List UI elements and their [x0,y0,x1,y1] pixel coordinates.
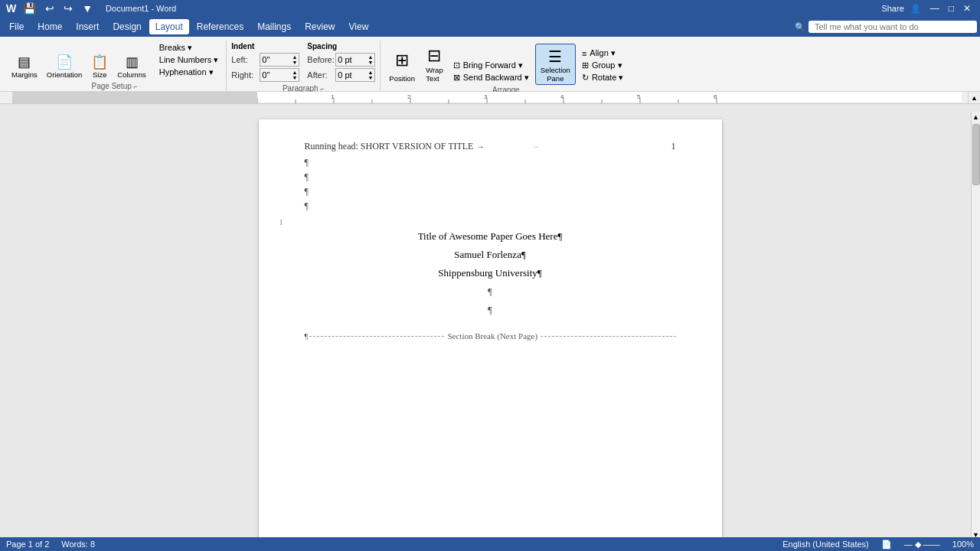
menu-design[interactable]: Design [106,19,147,34]
selection-pane-btn[interactable]: ☰ SelectionPane [535,44,576,85]
doc-title: Title of Awesome Paper Goes Here¶ [305,230,676,243]
send-backward-btn[interactable]: ⊠ Send Backward ▾ [450,72,532,83]
ruler-scroll-btn[interactable]: ▲ [968,92,980,104]
group-btn[interactable]: ⊞ Group ▾ [579,60,626,71]
align-icon: ≡ [582,49,586,58]
position-btn[interactable]: ⊞ Position [385,47,419,85]
menu-insert[interactable]: Insert [70,19,105,34]
columns-label: Columns [117,70,146,79]
line-numbers-btn[interactable]: Line Numbers ▾ [156,54,222,66]
undo-btn[interactable]: ↩ [43,2,57,15]
orientation-btn[interactable]: 📄 Orientation [43,53,86,81]
page-setup-small-btns: Breaks ▾ Line Numbers ▾ Hyphenation ▾ [156,42,222,78]
search-icon: 🔍 [795,22,805,32]
para-2: ¶ [305,171,676,183]
indent-left-arrows[interactable]: ▲▼ [292,54,297,65]
svg-text:4: 4 [560,93,564,100]
doc-institution: Shippensburg University¶ [305,267,676,279]
indent-right-arrows[interactable]: ▲▼ [292,70,297,80]
menu-references[interactable]: References [191,19,250,34]
title-bar-left: W 💾 ↩ ↪ ▼ Document1 - Word [6,2,176,15]
close-btn[interactable]: ✕ [960,2,974,15]
ruler: 1 2 3 4 5 6 ▲ [0,92,980,104]
redo-btn[interactable]: ↪ [61,2,75,15]
bring-forward-btn[interactable]: ⊡ Bring Forward ▾ [450,60,532,71]
doc-header-left: Running head: SHORT VERSION OF TITLE → → [305,141,540,152]
title-bar-right: Share 👤 — □ ✕ [881,2,974,15]
spacing-after-input[interactable]: 0 pt ▲▼ [335,68,375,82]
page-setup-launcher[interactable]: ⌐ [134,83,138,90]
svg-text:1: 1 [331,93,335,100]
status-bar: Page 1 of 2 Words: 8 English (United Sta… [0,537,980,543]
size-btn[interactable]: 📋 Size [87,53,112,81]
page-setup-group-label: Page Setup ⌐ [8,82,221,90]
menu-layout[interactable]: Layout [149,19,189,34]
spacing-section: Spacing Before: 0 pt ▲▼ After: 0 pt ▲▼ [307,42,375,83]
zoom-slider[interactable]: — ◆ —— [904,540,940,544]
menu-mailings[interactable]: Mailings [251,19,297,34]
spacing-after-row: After: 0 pt ▲▼ [307,68,375,82]
indent-left-row: Left: 0" ▲▼ [231,53,299,67]
share-button[interactable]: Share [881,4,903,13]
spacing-before-label: Before: [307,55,333,64]
word-count: Words: 8 [61,540,95,543]
bring-send-col: ⊡ Bring Forward ▾ ⊠ Send Backward ▾ [450,60,532,83]
menu-view[interactable]: View [343,19,375,34]
margins-icon: ▤ [18,55,31,69]
bring-forward-label: Bring Forward ▾ [463,60,523,70]
arrange-buttons: ⊞ Position ⊟ WrapText ⊡ Bring Forward ▾ … [385,42,626,85]
left-margin-bar [0,112,6,540]
doc-extra-para-2: ¶ [305,304,676,316]
wrap-text-btn[interactable]: ⊟ WrapText [422,42,447,85]
spacing-label: Spacing [307,42,375,51]
hyphenation-btn[interactable]: Hyphenation ▾ [156,67,222,78]
ruler-svg: 1 2 3 4 5 6 [257,92,962,104]
columns-icon: ▥ [126,55,139,69]
scroll-thumb[interactable] [972,124,980,185]
spacing-before-arrows[interactable]: ▲▼ [368,54,373,65]
size-label: Size [93,70,106,79]
align-group-col: ≡ Align ▾ ⊞ Group ▾ ↻ Rotate ▾ [579,47,626,83]
search-input[interactable] [808,21,977,33]
save-quick-btn[interactable]: 💾 [21,2,38,15]
rotate-btn[interactable]: ↻ Rotate ▾ [579,72,626,83]
view-mode-icon[interactable]: 📄 [881,540,892,544]
word-icon: W [6,2,16,15]
menu-review[interactable]: Review [299,19,341,34]
rotate-icon: ↻ [582,73,589,83]
scroll-up-btn[interactable]: ▲ [971,112,980,122]
spacing-before-input[interactable]: 0 pt ▲▼ [335,53,375,67]
document-page[interactable]: Running head: SHORT VERSION OF TITLE → →… [259,119,722,543]
running-head-text: Running head: SHORT VERSION OF TITLE [305,141,474,152]
header-tab-arrow: → [531,142,539,151]
group-label: Group ▾ [592,60,622,70]
vertical-scrollbar[interactable]: ▲ ▼ [971,112,980,540]
bring-forward-icon: ⊡ [453,60,460,70]
customize-btn[interactable]: ▼ [80,2,95,15]
indent-right-input[interactable]: 0" ▲▼ [260,68,299,82]
indent-right-value: 0" [262,70,270,80]
para-3: ¶ [305,186,676,197]
indent-left-input[interactable]: 0" ▲▼ [260,53,299,67]
breaks-label: Breaks ▾ [159,43,192,53]
selection-pane-label: SelectionPane [541,66,570,83]
columns-btn[interactable]: ▥ Columns [113,53,150,81]
page-setup-big-btns: ▤ Margins 📄 Orientation 📋 Size ▥ Columns [8,53,150,81]
doc-extra-para-1: ¶ [305,285,676,298]
minimize-btn[interactable]: — [927,2,942,15]
breaks-btn[interactable]: Breaks ▾ [156,42,222,54]
menu-bar: File Home Insert Design Layout Reference… [0,17,980,37]
size-icon: 📋 [91,55,108,69]
page-setup-buttons: ▤ Margins 📄 Orientation 📋 Size ▥ Columns [8,42,221,81]
menu-home[interactable]: Home [31,19,68,34]
group-icon: ⊞ [582,60,589,70]
spacing-after-arrows[interactable]: ▲▼ [368,70,373,80]
margins-btn[interactable]: ▤ Margins [8,53,41,81]
maximize-btn[interactable]: □ [946,2,957,15]
ruler-left-grey [12,92,257,104]
align-btn[interactable]: ≡ Align ▾ [579,47,626,59]
spacing-after-value: 0 pt [338,70,351,80]
menu-file[interactable]: File [3,19,30,34]
position-icon: ⊞ [395,51,409,70]
indent-right-row: Right: 0" ▲▼ [231,68,299,82]
